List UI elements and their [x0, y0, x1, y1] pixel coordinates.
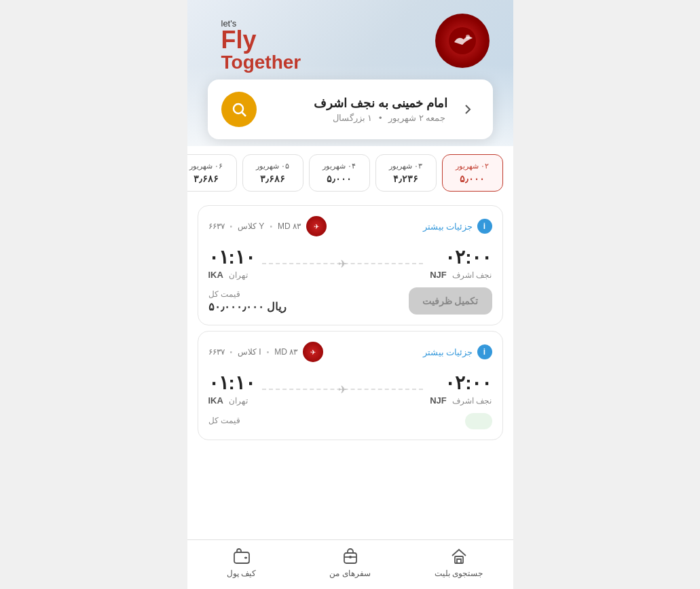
aircraft-type-0: MD ۸۳ [278, 221, 301, 231]
flight-card-0: i جزئیات بیشتر ۶۶۳۷ • Y کلاس • MD ۸۳ ✈ ۰… [198, 205, 503, 325]
logo-fly: Fly [221, 28, 301, 52]
bag-icon [341, 547, 360, 566]
flight-times-0: ۰۲:۰۰ نجف اشرف NJF ✈ ۰۱:۱۰ تهران IKA [208, 246, 492, 281]
airline-logo-1: ✈ [303, 342, 323, 362]
flight-number-1: ۶۶۳۷ [208, 347, 225, 357]
date-price-2: ۵٫۰۰۰ [315, 173, 364, 184]
price-amount-0: ۵۰٫۰۰۰٫۰۰۰ ریال [208, 300, 287, 313]
flight-number-0: ۶۶۳۷ [208, 221, 225, 231]
search-card: امام خمینی به نجف اشرف جمعه ۲ شهریور • ۱… [208, 79, 493, 139]
date-price-3: ۳٫۶۸۶ [248, 173, 297, 184]
flight-header-0: i جزئیات بیشتر ۶۶۳۷ • Y کلاس • MD ۸۳ ✈ [208, 216, 492, 236]
nav-item-search[interactable]: جستجوی بلیت [405, 547, 513, 578]
logo-together: Together [221, 52, 301, 73]
plane-icon-0: ✈ [338, 257, 347, 270]
date-card-4[interactable]: ۰۶ شهریور ۳٫۶۸۶ [187, 154, 237, 192]
dep-code-0: IKA [208, 270, 223, 280]
flight-meta-left-0: ۶۶۳۷ • Y کلاس • MD ۸۳ ✈ [208, 216, 327, 236]
date-picker-row: ۰۲ شهریور ۵٫۰۰۰ ۰۳ شهریور ۴٫۲۳۶ ۰۴ شهریو… [187, 146, 513, 200]
dep-code-1: IKA [208, 395, 223, 406]
svg-point-2 [234, 104, 243, 113]
departure-block-0: ۰۲:۰۰ نجف اشرف NJF [430, 246, 492, 281]
bottom-navigation: کیف پول سفرهای من جستجوی بل [187, 539, 513, 589]
date-card-0[interactable]: ۰۲ شهریور ۵٫۰۰۰ [442, 154, 503, 192]
flight-line-1: ✈ [255, 389, 430, 390]
svg-point-7 [349, 556, 352, 558]
home-icon [449, 547, 468, 566]
search-sub-details: جمعه ۲ شهریور • ۱ بزرگسال [257, 113, 448, 123]
nav-label-search: جستجوی بلیت [435, 569, 483, 578]
sold-out-button-0[interactable]: تکمیل ظرفیت [409, 287, 492, 315]
svg-rect-8 [455, 556, 463, 563]
app-container: let's Fly Together امام خمینی به نجف اشر… [187, 0, 513, 589]
wallet-icon [232, 547, 251, 566]
arrival-block-1: ۰۱:۱۰ تهران IKA [208, 372, 255, 406]
logo-area: let's Fly Together [221, 19, 301, 73]
flight-class-0: Y کلاس [238, 221, 264, 231]
available-button-1[interactable] [465, 413, 492, 429]
flight-meta-right-0: i جزئیات بیشتر [423, 219, 492, 234]
separator: • [379, 113, 382, 123]
price-block-1: قیمت کل [208, 416, 240, 427]
arrival-block-0: ۰۱:۱۰ تهران IKA [208, 246, 255, 281]
flight-class-1: I کلاس [238, 347, 261, 357]
dep-city-1: تهران [229, 396, 248, 406]
date-card-2[interactable]: ۰۴ شهریور ۵٫۰۰۰ [309, 154, 370, 192]
flight-header-1: i جزئیات بیشتر ۶۶۳۷ • I کلاس • MD ۸۳ ✈ [208, 342, 492, 362]
arr-city-1: نجف اشرف [452, 396, 492, 406]
dep-time-1: ۰۱:۱۰ [208, 372, 255, 394]
arr-code-0: NJF [430, 270, 447, 280]
search-button[interactable] [221, 92, 257, 127]
price-row-0: تکمیل ظرفیت قیمت کل ۵۰٫۰۰۰٫۰۰۰ ریال [208, 287, 492, 315]
info-icon-1[interactable]: i [477, 344, 492, 359]
search-date: جمعه ۲ شهریور [388, 113, 445, 123]
date-label-3: ۰۵ شهریور [248, 162, 297, 171]
departure-block-1: ۰۲:۰۰ نجف اشرف NJF [430, 372, 492, 406]
date-label-2: ۰۴ شهریور [315, 162, 364, 171]
date-card-3[interactable]: ۰۵ شهریور ۳٫۶۸۶ [242, 154, 303, 192]
flight-meta-right-1: i جزئیات بیشتر [423, 344, 492, 359]
arr-code-1: NJF [430, 395, 447, 406]
date-label-0: ۰۲ شهریور [448, 162, 497, 171]
flight-times-1: ۰۲:۰۰ نجف اشرف NJF ✈ ۰۱:۱۰ تهران IKA [208, 372, 492, 406]
main-scroll-area: ۰۲ شهریور ۵٫۰۰۰ ۰۳ شهریور ۴٫۲۳۶ ۰۴ شهریو… [187, 146, 513, 500]
aircraft-type-1: MD ۸۳ [274, 347, 297, 357]
svg-line-3 [242, 113, 246, 117]
date-price-1: ۴٫۲۳۶ [382, 173, 430, 184]
nav-item-wallet[interactable]: کیف پول [187, 547, 296, 578]
airline-logo-header [435, 14, 490, 68]
date-card-1[interactable]: ۰۳ شهریور ۴٫۲۳۶ [375, 154, 437, 192]
dep-city-0: تهران [229, 270, 248, 280]
price-block-0: قیمت کل ۵۰٫۰۰۰٫۰۰۰ ریال [208, 289, 287, 313]
date-label-4: ۰۶ شهریور [187, 162, 231, 171]
search-route-info: امام خمینی به نجف اشرف جمعه ۲ شهریور • ۱… [257, 96, 455, 123]
price-label-1: قیمت کل [208, 416, 240, 425]
navigate-arrow[interactable] [455, 97, 479, 122]
nav-label-wallet: کیف پول [227, 569, 256, 578]
search-passengers: ۱ بزرگسال [333, 113, 373, 123]
svg-point-1 [466, 35, 470, 39]
svg-point-5 [244, 557, 246, 559]
info-icon-0[interactable]: i [477, 219, 492, 234]
airline-logo-0: ✈ [306, 216, 327, 236]
price-row-1: قیمت کل [208, 413, 492, 429]
date-label-1: ۰۳ شهریور [382, 162, 430, 171]
date-price-4: ۳٫۶۸۶ [187, 173, 231, 184]
more-details-link-1[interactable]: جزئیات بیشتر [423, 347, 473, 357]
nav-item-trips[interactable]: سفرهای من [296, 547, 405, 578]
nav-label-trips: سفرهای من [329, 569, 370, 578]
plane-icon-1: ✈ [338, 383, 347, 396]
flight-cards-container: i جزئیات بیشتر ۶۶۳۷ • Y کلاس • MD ۸۳ ✈ ۰… [187, 205, 513, 440]
header-background: let's Fly Together امام خمینی به نجف اشر… [187, 0, 513, 146]
more-details-link-0[interactable]: جزئیات بیشتر [423, 221, 473, 232]
route-text: امام خمینی به نجف اشرف [257, 96, 448, 111]
flight-line-0: ✈ [255, 263, 430, 264]
price-label-0: قیمت کل [208, 289, 287, 299]
dep-time-0: ۰۱:۱۰ [208, 246, 255, 268]
arr-time-0: ۰۲:۰۰ [430, 246, 492, 268]
arr-time-1: ۰۲:۰۰ [430, 372, 492, 394]
flight-meta-left-1: ۶۶۳۷ • I کلاس • MD ۸۳ ✈ [208, 342, 324, 362]
flight-card-1: i جزئیات بیشتر ۶۶۳۷ • I کلاس • MD ۸۳ ✈ ۰… [198, 331, 503, 440]
arr-city-0: نجف اشرف [452, 270, 492, 280]
date-price-0: ۵٫۰۰۰ [448, 173, 497, 184]
